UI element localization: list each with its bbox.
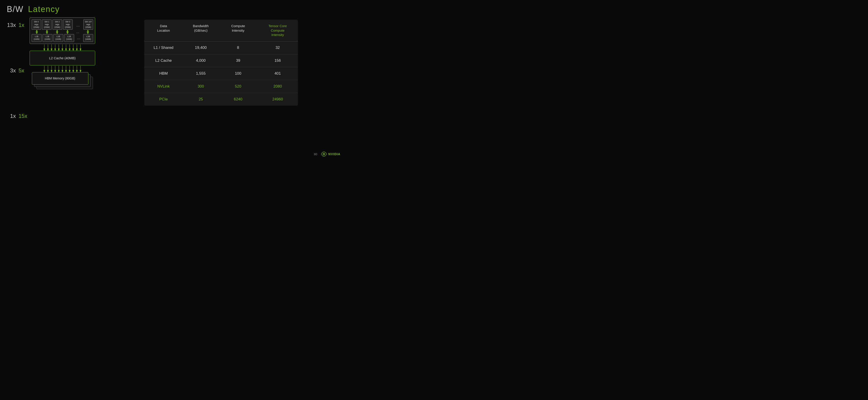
sm-regs-2: regs(256k) (54, 23, 61, 29)
sm-title-3: SM 3 (64, 21, 71, 23)
td-hbm-bandwidth: 1,555 (183, 67, 219, 80)
label-row-2: 3x 5x (7, 67, 27, 74)
hbm-stack: HBM Memory (80GB) (32, 72, 93, 91)
td-l1-location: L1 / Shared (144, 41, 183, 54)
td-pcie-compute: 6240 (219, 93, 257, 106)
td-nvlink-location: NVLink (144, 80, 183, 93)
td-pcie-bandwidth: 25 (183, 93, 219, 106)
svg-marker-27 (55, 49, 56, 51)
nvidia-logo: NVIDIA (321, 151, 340, 157)
svg-marker-25 (51, 49, 52, 51)
td-hbm-compute: 100 (219, 67, 257, 80)
l1-text-1: L1$(192k) (44, 35, 51, 40)
labels-column: 13x 1x 3x 5x 1x 15x (7, 18, 27, 131)
l1-box-0: L1$(192k) (32, 34, 41, 41)
page-footer: 80 NVIDIA (314, 151, 340, 157)
sm-box-2: SM 2 regs(256k) (53, 20, 62, 30)
l1-row: L1$(192k) L1$(192k) L1$(192k) L1$(192k) … (32, 34, 93, 41)
th-bandwidth: Bandwidth(GB/sec) (183, 20, 219, 41)
label-row-1: 13x 1x (7, 22, 27, 28)
svg-marker-33 (65, 49, 67, 51)
sm-regs-0: regs(256k) (33, 23, 40, 29)
latency-label-3: 15x (19, 113, 27, 119)
svg-marker-47 (51, 70, 52, 72)
th-compute: ComputeIntensity (219, 20, 257, 41)
label-row-3: 1x 15x (7, 113, 27, 119)
sm-regs-1: regs(256k) (43, 23, 50, 29)
svg-marker-61 (76, 70, 78, 72)
td-l1-tensor: 32 (257, 41, 298, 54)
hbm-label: HBM Memory (80GB) (45, 77, 75, 80)
svg-marker-15 (66, 30, 68, 32)
svg-marker-63 (80, 70, 81, 72)
nvidia-text: NVIDIA (329, 152, 340, 156)
sm-dots: … (73, 21, 83, 28)
td-l2-compute: 39 (219, 54, 257, 67)
sm-boxes-row: SM 0 regs(256k) SM 1 regs(256k) SM 2 reg… (32, 20, 93, 30)
sm-title-0: SM 0 (33, 21, 40, 23)
page-container: B/W Latency 13x 1x 3x 5x 1x 15x (0, 0, 347, 160)
td-l2-location: L2 Cache (144, 54, 183, 67)
td-l2-bandwidth: 4,000 (183, 54, 219, 67)
svg-marker-3 (35, 30, 38, 32)
l1-box-107: L1$(192k) (83, 34, 93, 41)
l2-cache-box: L2 Cache (40MB) (30, 51, 95, 65)
bw-label-2: 3x (7, 67, 16, 74)
svg-marker-37 (72, 49, 74, 51)
td-hbm-location: HBM (144, 67, 183, 80)
l1-text-0: L1$(192k) (33, 35, 40, 40)
sm-container: SM 0 regs(256k) SM 1 regs(256k) SM 2 reg… (30, 18, 95, 44)
th-tensor: Tensor CoreComputeIntensity (257, 20, 298, 41)
nvidia-eye-icon (321, 151, 327, 157)
sm-title-107: SM 107 (85, 21, 92, 23)
l1-text-3: L1$(192k) (66, 35, 73, 40)
l2-cache-label: L2 Cache (40MB) (49, 56, 76, 60)
svg-marker-21 (43, 49, 45, 51)
td-pcie-tensor: 24960 (257, 93, 298, 106)
svg-marker-57 (69, 70, 70, 72)
l1-text-2: L1$(192k) (55, 35, 62, 40)
main-content: 13x 1x 3x 5x 1x 15x (7, 18, 340, 155)
svg-marker-23 (47, 49, 49, 51)
header-bw: B/W (7, 4, 24, 14)
sm-box-0: SM 0 regs(256k) (32, 20, 41, 30)
svg-marker-19 (87, 30, 89, 32)
svg-marker-43 (43, 70, 45, 72)
arrows-l2-hbm (40, 65, 85, 72)
svg-marker-11 (56, 30, 58, 32)
sm-box-1: SM 1 regs(256k) (42, 20, 52, 30)
td-pcie-location: PCIe (144, 93, 183, 106)
svg-marker-41 (80, 49, 81, 51)
svg-marker-59 (72, 70, 74, 72)
arrows-regs-l1: … (32, 30, 93, 34)
table-row-l1: L1 / Shared 19,400 8 32 (144, 41, 298, 54)
hbm-box-front: HBM Memory (80GB) (32, 72, 88, 85)
architecture-diagram: SM 0 regs(256k) SM 1 regs(256k) SM 2 reg… (30, 18, 95, 91)
header-latency: Latency (28, 4, 60, 14)
table-row-nvlink: NVLink 300 520 2080 (144, 80, 298, 93)
page-number: 80 (314, 152, 317, 156)
bw-label-3: 1x (7, 113, 16, 119)
td-l2-tensor: 156 (257, 54, 298, 67)
td-nvlink-compute: 520 (219, 80, 257, 93)
th-location: DataLocation (144, 20, 183, 41)
td-nvlink-tensor: 2080 (257, 80, 298, 93)
svg-marker-55 (65, 70, 67, 72)
table-row-pcie: PCIe 25 6240 24960 (144, 93, 298, 106)
arrows-l1-l2 (40, 44, 85, 51)
svg-marker-53 (62, 70, 63, 72)
svg-point-65 (323, 153, 324, 155)
svg-marker-7 (46, 30, 48, 32)
sm-title-2: SM 2 (54, 21, 61, 23)
svg-marker-39 (76, 49, 78, 51)
sm-regs-107: regs(256k) (85, 23, 92, 29)
td-l1-bandwidth: 19,400 (183, 41, 219, 54)
right-panel: DataLocation Bandwidth(GB/sec) ComputeIn… (102, 18, 340, 106)
table-header: DataLocation Bandwidth(GB/sec) ComputeIn… (144, 20, 298, 41)
latency-label-2: 5x (19, 67, 26, 74)
sm-title-1: SM 1 (43, 21, 50, 23)
sm-box-107: SM 107 regs(256k) (84, 20, 93, 30)
l1-text-107: L1$(192k) (85, 35, 92, 40)
bw-label-1: 13x (7, 22, 16, 28)
header: B/W Latency (7, 4, 340, 14)
